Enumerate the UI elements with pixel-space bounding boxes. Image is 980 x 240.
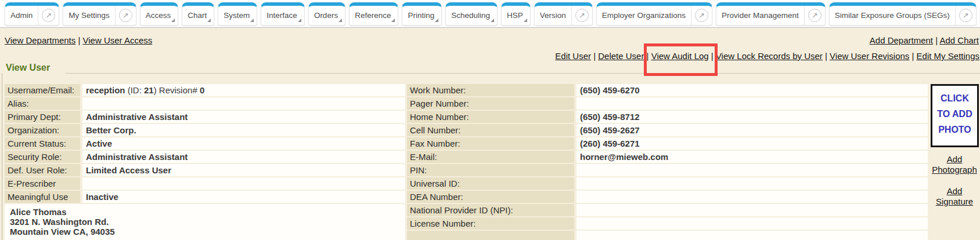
highlighted-link-wrap: View Audit Log bbox=[651, 51, 709, 61]
tab-label: Similar Exposure Groups (SEGs) bbox=[830, 11, 955, 20]
tab-interface[interactable]: Interface bbox=[261, 2, 305, 26]
tab-label: System bbox=[218, 11, 255, 20]
tab-label: Admin bbox=[5, 11, 38, 20]
add-signature-link[interactable]: Add Signature bbox=[928, 186, 980, 207]
link-view-user-access[interactable]: View User Access bbox=[83, 35, 153, 45]
address-line-city: Mountain View CA, 94035 bbox=[10, 227, 405, 237]
middle-column: Work Number:(650) 459-6270Pager Number:H… bbox=[407, 84, 928, 240]
link-edit-my-settings[interactable]: Edit My Settings bbox=[917, 51, 979, 61]
field-label: PIN: bbox=[407, 164, 574, 176]
link-view-departments[interactable]: View Departments bbox=[5, 35, 75, 45]
external-link-button[interactable]: ↗ bbox=[691, 9, 712, 22]
external-link-button[interactable]: ↗ bbox=[956, 9, 976, 22]
tab-label: Interface bbox=[261, 11, 302, 20]
field-row: Home Number:(650) 459-8712 bbox=[407, 111, 928, 123]
field-row: PIN: bbox=[407, 164, 928, 176]
tab-orders[interactable]: Orders bbox=[308, 2, 345, 26]
tab-bar: Admin↗My Settings↗AccessChartSystemInter… bbox=[0, 0, 980, 28]
field-row: Primary Dept:Administrative Assistant bbox=[5, 111, 405, 123]
external-link-button[interactable]: ↗ bbox=[805, 9, 825, 22]
field-row: E-Prescriber bbox=[5, 177, 405, 190]
field-row: Def. User Role:Limited Access User bbox=[5, 164, 405, 176]
field-value bbox=[577, 217, 928, 230]
username-part: reception bbox=[86, 85, 125, 95]
add-photograph-link[interactable]: Add Photograph bbox=[928, 154, 980, 175]
field-value: (650) 459-8712 bbox=[577, 111, 928, 123]
external-link-button[interactable]: ↗ bbox=[572, 9, 592, 22]
photo-links: Add Photograph Add Signature bbox=[928, 154, 980, 207]
field-row: Fax Number:(260) 459-6271 bbox=[407, 137, 928, 150]
tab-hsp[interactable]: HSP bbox=[501, 2, 531, 26]
field-row: National Provider ID (NPI): bbox=[407, 204, 928, 216]
field-row: License Number: bbox=[407, 217, 928, 230]
tab-version[interactable]: Version↗ bbox=[534, 2, 593, 26]
page-title: View User bbox=[6, 63, 50, 73]
tab-access[interactable]: Access bbox=[140, 2, 179, 26]
external-link-button[interactable]: ↗ bbox=[38, 9, 59, 22]
link-add-chart[interactable]: Add Chart bbox=[939, 35, 979, 45]
field-row: Cell Number:(650) 459-2627 bbox=[407, 124, 928, 136]
dropdown-caret-icon bbox=[298, 19, 301, 22]
external-link-button[interactable]: ↗ bbox=[116, 9, 136, 22]
field-value bbox=[82, 97, 405, 110]
link-delete-user[interactable]: Delete User bbox=[598, 51, 644, 61]
field-label: Work Number: bbox=[407, 84, 574, 96]
tab-chart[interactable]: Chart bbox=[182, 2, 214, 26]
external-link-icon: ↗ bbox=[575, 9, 589, 22]
address-block: Alice Thomas 3201 N. Washington Rd. Moun… bbox=[5, 204, 405, 240]
tab-label: Scheduling bbox=[446, 11, 495, 20]
link-separator: | bbox=[644, 51, 651, 61]
link-edit-user[interactable]: Edit User bbox=[555, 51, 591, 61]
field-row: Pager Number: bbox=[407, 97, 928, 110]
field-label: Fax Number: bbox=[407, 137, 574, 150]
photo-box-line: CLICK bbox=[932, 90, 977, 106]
click-to-add-photo-box[interactable]: CLICK TO ADD PHOTO bbox=[931, 84, 979, 147]
tab-admin[interactable]: Admin↗ bbox=[5, 2, 59, 26]
dropdown-caret-icon bbox=[491, 19, 494, 22]
field-label: E-Prescriber bbox=[5, 177, 80, 190]
field-label: Pager Number: bbox=[407, 97, 574, 110]
tab-provider-management[interactable]: Provider Management↗ bbox=[716, 2, 826, 26]
address-line-street: 3201 N. Washington Rd. bbox=[10, 217, 405, 227]
link-view-lock-records-by-user[interactable]: View Lock Records by User bbox=[716, 51, 823, 61]
external-link-icon: ↗ bbox=[695, 9, 708, 22]
dropdown-caret-icon bbox=[207, 19, 211, 22]
photo-box-line: TO ADD bbox=[932, 106, 977, 122]
link-separator: | bbox=[933, 35, 939, 45]
field-label: Organization: bbox=[5, 124, 80, 136]
link-view-audit-log[interactable]: View Audit Log bbox=[651, 51, 709, 61]
username-part: ) Revision# bbox=[154, 85, 200, 95]
field-value: Inactive bbox=[82, 191, 405, 203]
photo-box-line: PHOTO bbox=[932, 122, 977, 137]
tab-system[interactable]: System bbox=[218, 2, 257, 26]
field-row: Security Role:Administrative Assistant bbox=[5, 151, 405, 163]
dropdown-caret-icon bbox=[250, 19, 254, 22]
tab-reference[interactable]: Reference bbox=[349, 2, 398, 26]
field-label: License Number: bbox=[407, 217, 574, 230]
field-row: DEA Number: bbox=[407, 191, 928, 203]
field-value bbox=[577, 97, 928, 110]
field-label: Cell Number: bbox=[407, 124, 574, 136]
tab-printing[interactable]: Printing bbox=[402, 2, 442, 26]
field-label: Security Role: bbox=[5, 151, 80, 163]
dropdown-caret-icon bbox=[171, 19, 175, 22]
tab-my-settings[interactable]: My Settings↗ bbox=[63, 2, 136, 26]
field-value bbox=[577, 204, 928, 216]
field-row: Organization:Better Corp. bbox=[5, 124, 405, 136]
top-links-row: View Departments | View User Access Add … bbox=[5, 35, 979, 45]
field-value: Administrative Assistant bbox=[82, 151, 405, 163]
link-separator: | bbox=[823, 51, 830, 61]
link-separator: | bbox=[591, 51, 598, 61]
tab-label: My Settings bbox=[63, 11, 115, 20]
tab-scheduling[interactable]: Scheduling bbox=[445, 2, 498, 26]
field-value: horner@mieweb.com bbox=[577, 151, 928, 163]
link-view-user-revisions[interactable]: View User Revisions bbox=[830, 51, 909, 61]
field-label: Current Status: bbox=[5, 137, 80, 150]
link-add-department[interactable]: Add Department bbox=[870, 35, 933, 45]
tab-employer-organizations[interactable]: Employer Organizations↗ bbox=[596, 2, 712, 26]
field-value: Limited Access User bbox=[82, 164, 405, 176]
tab-similar-exposure-groups-segs[interactable]: Similar Exposure Groups (SEGs)↗ bbox=[829, 2, 977, 26]
field-value: Better Corp. bbox=[82, 124, 405, 136]
external-link-icon: ↗ bbox=[42, 9, 55, 22]
external-link-icon: ↗ bbox=[808, 9, 822, 22]
